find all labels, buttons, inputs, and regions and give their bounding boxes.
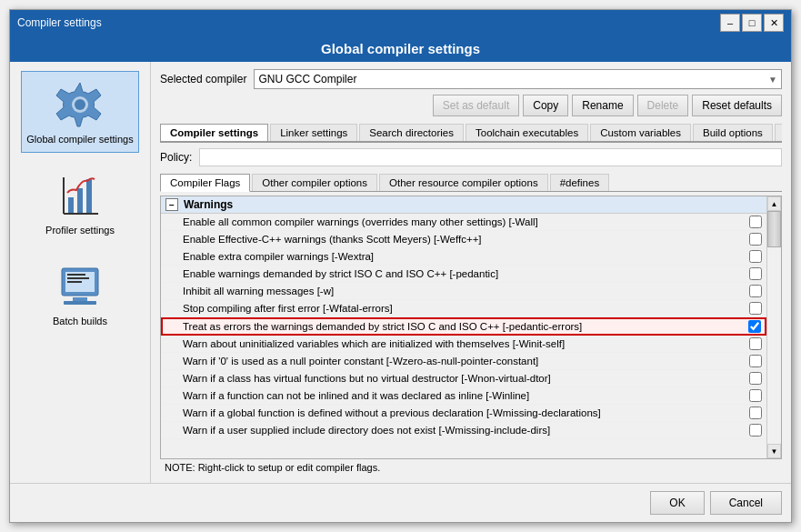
flag-row[interactable]: Stop compiling after first error [-Wfata… xyxy=(161,300,766,317)
flag-row[interactable]: Warn if a class has virtual functions bu… xyxy=(161,370,766,387)
scroll-track[interactable] xyxy=(767,211,781,444)
inner-tab-defines[interactable]: #defines xyxy=(550,174,609,191)
warnings-section-header[interactable]: − Warnings xyxy=(161,196,766,214)
tabs-row: Compiler settings Linker settings Search… xyxy=(160,124,782,143)
compiler-row: Selected compiler GNU GCC Compiler ▼ xyxy=(160,69,782,89)
tab-build-options[interactable]: Build options xyxy=(693,124,773,141)
flag-text: Warn if '0' is used as a null pointer co… xyxy=(183,356,745,366)
sidebar-item-profiler[interactable]: Profiler settings xyxy=(21,162,139,244)
scroll-up-button[interactable]: ▲ xyxy=(767,196,781,211)
copy-button[interactable]: Copy xyxy=(523,95,568,116)
profiler-icon xyxy=(55,170,105,221)
minimize-button[interactable]: – xyxy=(720,14,740,32)
close-button[interactable]: ✕ xyxy=(764,14,784,32)
flag-checkbox[interactable] xyxy=(749,216,762,228)
flag-checkbox[interactable] xyxy=(749,250,762,263)
svg-rect-3 xyxy=(68,197,74,214)
tab-other-settings[interactable]: Other settings xyxy=(775,124,782,141)
flag-text: Treat as errors the warnings demanded by… xyxy=(183,321,744,332)
flag-row[interactable]: Inhibit all warning messages [-w] xyxy=(161,283,766,300)
svg-rect-11 xyxy=(67,277,89,279)
svg-rect-10 xyxy=(67,274,85,276)
flag-text: Stop compiling after first error [-Wfata… xyxy=(183,303,745,314)
ok-button[interactable]: OK xyxy=(650,491,704,515)
flag-text: Enable warnings demanded by strict ISO C… xyxy=(183,268,745,279)
tab-custom-vars[interactable]: Custom variables xyxy=(590,124,691,141)
flag-row[interactable]: Warn about uninitialized variables which… xyxy=(161,336,766,353)
collapse-warnings-button[interactable]: − xyxy=(165,198,178,211)
flag-checkbox[interactable] xyxy=(749,355,762,367)
inner-tab-other-compiler[interactable]: Other compiler options xyxy=(252,174,377,191)
flag-text: Enable extra compiler warnings [-Wextra] xyxy=(183,251,745,262)
flag-checkbox[interactable] xyxy=(749,424,762,437)
vertical-scrollbar[interactable]: ▲ ▼ xyxy=(766,196,781,458)
tab-search-dirs[interactable]: Search directories xyxy=(359,124,464,141)
flag-text: Enable Effective-C++ warnings (thanks Sc… xyxy=(183,234,745,245)
cancel-button[interactable]: Cancel xyxy=(710,491,782,515)
svg-rect-13 xyxy=(73,297,87,301)
main-window: Compiler settings – □ ✕ Global compiler … xyxy=(9,9,792,523)
flag-checkbox[interactable] xyxy=(748,320,761,333)
inner-tabs-row: Compiler Flags Other compiler options Ot… xyxy=(160,174,782,192)
flags-list: − Warnings Enable all common compiler wa… xyxy=(161,196,766,458)
maximize-button[interactable]: □ xyxy=(742,14,762,32)
policy-label: Policy: xyxy=(160,151,192,164)
flag-text: Inhibit all warning messages [-w] xyxy=(183,286,745,296)
chevron-down-icon: ▼ xyxy=(768,75,777,85)
flag-checkbox[interactable] xyxy=(749,372,762,385)
batch-icon xyxy=(55,261,105,312)
policy-input[interactable] xyxy=(199,148,782,166)
delete-button[interactable]: Delete xyxy=(637,95,689,116)
flag-row[interactable]: Enable warnings demanded by strict ISO C… xyxy=(161,266,766,283)
svg-rect-12 xyxy=(67,281,82,283)
svg-rect-5 xyxy=(86,179,92,214)
rename-button[interactable]: Rename xyxy=(572,95,633,116)
flags-scroll-area: − Warnings Enable all common compiler wa… xyxy=(160,196,782,459)
flag-checkbox[interactable] xyxy=(749,267,762,280)
main-title: Global compiler settings xyxy=(321,41,480,56)
flag-row[interactable]: Warn if '0' is used as a null pointer co… xyxy=(161,353,766,370)
policy-row: Policy: xyxy=(160,148,782,166)
flags-container: Enable all common compiler warnings (ove… xyxy=(161,214,766,439)
main-header: Global compiler settings xyxy=(10,35,791,62)
flag-checkbox[interactable] xyxy=(749,285,762,297)
note-text: NOTE: Right-click to setup or edit compi… xyxy=(165,462,380,473)
svg-point-2 xyxy=(75,99,85,110)
reset-defaults-button[interactable]: Reset defaults xyxy=(692,95,782,116)
flag-checkbox[interactable] xyxy=(749,233,762,246)
scroll-thumb[interactable] xyxy=(767,211,781,247)
flag-checkbox[interactable] xyxy=(749,337,762,350)
note-row: NOTE: Right-click to setup or edit compi… xyxy=(160,459,782,476)
title-controls: – □ ✕ xyxy=(720,14,784,32)
tab-toolchain[interactable]: Toolchain executables xyxy=(466,124,588,141)
flag-checkbox[interactable] xyxy=(749,302,762,315)
tab-linker-settings[interactable]: Linker settings xyxy=(270,124,357,141)
bottom-bar: OK Cancel xyxy=(10,483,791,522)
flag-row[interactable]: Enable Effective-C++ warnings (thanks Sc… xyxy=(161,231,766,248)
flag-text: Warn if a global function is defined wit… xyxy=(183,407,745,418)
flag-row[interactable]: Enable all common compiler warnings (ove… xyxy=(161,214,766,231)
flag-text: Warn if a user supplied include director… xyxy=(183,425,745,436)
inner-tab-compiler-flags[interactable]: Compiler Flags xyxy=(160,174,250,192)
flag-row[interactable]: Enable extra compiler warnings [-Wextra] xyxy=(161,248,766,266)
inner-tab-resource-options[interactable]: Other resource compiler options xyxy=(379,174,548,191)
sidebar-profiler-label: Profiler settings xyxy=(45,225,115,236)
sidebar-item-global[interactable]: Global compiler settings xyxy=(21,71,139,153)
flag-row[interactable]: Treat as errors the warnings demanded by… xyxy=(161,317,766,336)
tab-compiler-settings[interactable]: Compiler settings xyxy=(160,124,268,143)
warnings-section-title: Warnings xyxy=(184,198,233,211)
sidebar-batch-label: Batch builds xyxy=(53,316,107,326)
compiler-dropdown-value: GNU GCC Compiler xyxy=(258,73,356,85)
sidebar-item-batch[interactable]: Batch builds xyxy=(21,253,139,335)
flag-row[interactable]: Warn if a global function is defined wit… xyxy=(161,405,766,422)
flag-text: Warn if a class has virtual functions bu… xyxy=(183,373,745,384)
sidebar-global-label: Global compiler settings xyxy=(26,134,133,145)
flag-checkbox[interactable] xyxy=(749,407,762,419)
flag-checkbox[interactable] xyxy=(749,389,762,402)
set-default-button[interactable]: Set as default xyxy=(433,95,519,116)
flag-row[interactable]: Warn if a function can not be inlined an… xyxy=(161,387,766,405)
flag-row[interactable]: Warn if a user supplied include director… xyxy=(161,422,766,439)
compiler-dropdown[interactable]: GNU GCC Compiler ▼ xyxy=(254,69,782,89)
scroll-down-button[interactable]: ▼ xyxy=(767,444,781,458)
content-area: Global compiler settings Profiler settin… xyxy=(10,62,791,483)
